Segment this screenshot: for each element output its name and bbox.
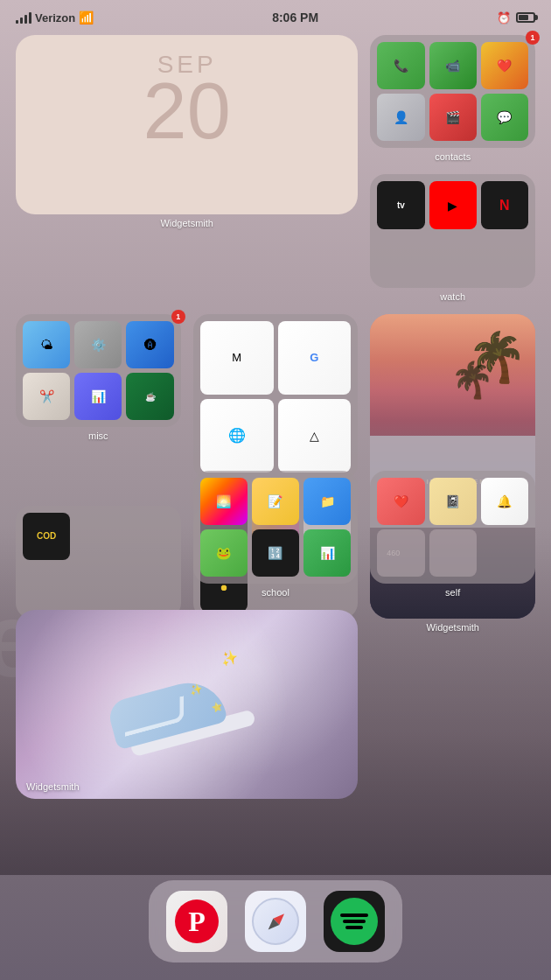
status-bar: Verizon 📶 8:06 PM ⏰ [0, 0, 551, 32]
watch-box: tv ▶ N [370, 174, 535, 287]
self-blank-2 [429, 529, 477, 577]
watch-folder[interactable]: tv ▶ N watch [370, 174, 535, 301]
settings-icon[interactable]: ⚙️ [74, 321, 122, 368]
school-folder[interactable]: 🌅 📝 📁 🐸 🔢 📊 school [193, 471, 359, 598]
contacts-label: contacts [435, 151, 471, 162]
misc-label: misc [88, 430, 108, 441]
starbucks-icon[interactable]: ☕ [126, 373, 173, 420]
shoes-widget-label: Widgetsmith [26, 781, 80, 792]
shoes-widget-cell[interactable]: ✨ ✨ ⭐ Widgetsmith [16, 610, 358, 798]
self-blank-1 [377, 529, 424, 577]
calendar-widget[interactable]: SEP 20 Widgetsmith [16, 35, 358, 302]
signal-bar-3 [24, 15, 27, 24]
spotify-bar-2 [343, 920, 366, 923]
pinterest-dock-icon[interactable]: P [166, 891, 227, 952]
status-left: Verizon 📶 [16, 10, 94, 24]
google-folder[interactable]: M G 🌐 △ google [193, 314, 359, 494]
watch-label: watch [440, 291, 465, 302]
signal-bar-2 [20, 18, 23, 24]
gmail-icon[interactable]: M [200, 321, 274, 395]
school-box: 🌅 📝 📁 🐸 🔢 📊 [193, 471, 359, 584]
misc-box: 1 🌤 ⚙️ 🅐 ✂️ 📊 ☕ [16, 314, 181, 427]
watch-grid: tv ▶ N [377, 181, 528, 280]
journal-icon[interactable]: 📓 [429, 478, 477, 525]
signal-bar-1 [16, 20, 18, 24]
cal-day: 20 [143, 72, 231, 150]
screentime-icon[interactable]: 📊 [74, 373, 122, 420]
self-grid: ❤️ 📓 🔔 [377, 478, 528, 577]
signal-icon [16, 11, 31, 24]
misc-grid: 🌤 ⚙️ 🅐 ✂️ 📊 ☕ [23, 321, 174, 420]
google-icon[interactable]: G [278, 321, 352, 395]
palm-tree-2: 🌴 [450, 360, 494, 401]
spotify-dock-icon[interactable] [324, 891, 385, 952]
row-4: ✨ ✨ ⭐ Widgetsmith [0, 598, 551, 798]
dock: P [149, 880, 402, 962]
youtube-icon[interactable]: ▶ [429, 181, 477, 228]
pinterest-p: P [175, 900, 219, 943]
watch-empty-1 [377, 234, 424, 281]
spacer-1 [16, 471, 181, 598]
carrier-name: Verizon [35, 11, 75, 24]
status-time: 8:06 PM [272, 10, 318, 24]
school-grid: 🌅 📝 📁 🐸 🔢 📊 [200, 478, 352, 577]
frog-icon[interactable]: 🐸 [200, 529, 248, 577]
self-empty [481, 529, 528, 577]
self-label: self [445, 587, 460, 598]
notes-icon[interactable]: 📝 [252, 478, 299, 525]
clips-icon[interactable]: 🎬 [429, 94, 477, 141]
scissors-icon[interactable]: ✂️ [23, 373, 70, 420]
self-box: ❤️ 📓 🔔 [370, 471, 535, 584]
battery-fill [519, 15, 528, 20]
contacts-grid: 📞 📹 ❤️ 👤 🎬 💬 [377, 42, 528, 141]
signal-bar-4 [29, 12, 31, 24]
right-col-1: 1 📞 📹 ❤️ 👤 🎬 💬 contacts tv ▶ N [370, 35, 535, 302]
safari-dock-icon[interactable] [245, 891, 306, 952]
watch-empty-2 [429, 234, 477, 281]
sparkle-1: ✨ [219, 648, 240, 669]
contacts-folder[interactable]: 1 📞 📹 ❤️ 👤 🎬 💬 contacts [370, 35, 535, 162]
battery-icon [516, 12, 535, 23]
messages-icon[interactable]: 💬 [481, 94, 528, 141]
health-icon[interactable]: ❤️ [377, 478, 424, 525]
calendar-inner: SEP 20 [16, 35, 358, 214]
misc-badge: 1 [171, 310, 185, 324]
wifi-icon: 📶 [79, 10, 94, 24]
appstore-icon[interactable]: 🅐 [126, 321, 173, 368]
misc-folder[interactable]: 1 🌤 ⚙️ 🅐 ✂️ 📊 ☕ misc [16, 314, 181, 494]
calendar-widget-label: Widgetsmith [160, 218, 213, 228]
calc-icon[interactable]: 🔢 [252, 529, 299, 577]
row-1: SEP 20 Widgetsmith 1 📞 📹 ❤️ 👤 🎬 💬 contac… [0, 32, 551, 302]
self-folder[interactable]: ❤️ 📓 🔔 self [370, 471, 535, 598]
files-icon[interactable]: 📁 [303, 478, 351, 525]
heart-icon[interactable]: ❤️ [481, 42, 528, 89]
school-self-row: 🌅 📝 📁 🐸 🔢 📊 school ❤️ 📓 🔔 self [0, 471, 551, 598]
status-right: ⏰ [497, 11, 535, 24]
reminders-icon[interactable]: 🔔 [481, 478, 528, 525]
chrome-icon[interactable]: 🌐 [200, 399, 274, 472]
alarm-icon: ⏰ [497, 11, 511, 24]
appletv-icon[interactable]: tv [377, 181, 424, 228]
spotify-bar-1 [340, 914, 368, 917]
watch-empty-3 [481, 234, 528, 281]
safari-compass [252, 898, 299, 945]
weather-icon[interactable]: 🌤 [23, 321, 70, 368]
phone-icon[interactable]: 📞 [377, 42, 424, 89]
facetime-icon[interactable]: 📹 [429, 42, 477, 89]
school-label: school [262, 587, 289, 598]
google-box: M G 🌐 △ [193, 314, 359, 480]
contacts-box: 1 📞 📹 ❤️ 👤 🎬 💬 [370, 35, 535, 148]
photos2-icon[interactable]: 🌅 [200, 478, 248, 525]
contacts-icon[interactable]: 👤 [377, 94, 424, 141]
google-grid: M G 🌐 △ [200, 321, 352, 472]
numbers-icon[interactable]: 📊 [303, 529, 351, 577]
spotify-circle [331, 898, 378, 945]
contacts-badge: 1 [526, 31, 540, 45]
compass-needle [267, 913, 285, 931]
netflix-icon[interactable]: N [481, 181, 528, 228]
shoes-inner: ✨ ✨ ⭐ Widgetsmith [16, 610, 358, 798]
drive-icon[interactable]: △ [278, 399, 352, 472]
spotify-bar-3 [345, 926, 363, 929]
